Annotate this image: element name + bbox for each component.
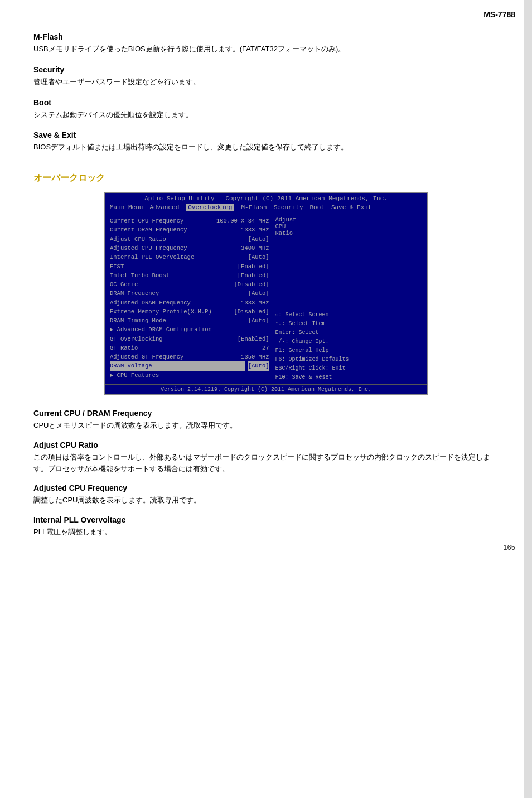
bios-row-7: OC Genie[Disabled]	[110, 280, 269, 289]
bios-help-line-1: ↑↓: Select Item	[275, 320, 360, 328]
bios-row-9: Adjusted DRAM Frequency1333 MHz	[110, 298, 269, 307]
page-number: 165	[503, 543, 515, 552]
bios-help-line-7: F10: Save & Reset	[275, 373, 360, 382]
mflash-title: M-Flash	[33, 32, 499, 41]
bios-row-0: Current CPU Frequency100.00 X 34 MHz	[110, 216, 269, 225]
bios-row-11: DRAM Timing Mode[Auto]	[110, 316, 269, 325]
section-security: Security 管理者やユーザーパスワード設定などを行います。	[33, 65, 499, 88]
bios-row-5: EIST[Enabled]	[110, 262, 269, 271]
oc-heading: オーバークロック	[33, 172, 105, 186]
bios-menu-boot: Boot	[309, 204, 324, 211]
boot-body: システム起動デバイスの優先順位を設定します。	[33, 109, 499, 121]
section-boot: Boot システム起動デバイスの優先順位を設定します。	[33, 98, 499, 121]
bios-row-14: Adjusted GT Frequency1350 MHz	[110, 352, 269, 361]
internal-pll-title: Internal PLL Overvoltage	[33, 515, 499, 524]
bios-row-15: DRAM Voltage[Auto]	[110, 361, 269, 370]
section-internal-pll: Internal PLL Overvoltage PLL電圧を調整します。	[33, 515, 499, 538]
bios-help-panel: ↔: Select Screen ↑↓: Select Item Enter: …	[273, 308, 362, 384]
bios-help-line-2: Enter: Select	[275, 328, 360, 337]
section-save-exit: Save & Exit BIOSデフォルト値または工場出荷時の設定をロードし、変…	[33, 130, 499, 153]
save-exit-title: Save & Exit	[33, 130, 499, 139]
mflash-body: USBメモリドライブを使ったBIOS更新を行う際に使用します。(FAT/FAT3…	[33, 43, 499, 55]
bios-right-col: Adjust CPU Ratio ↔: Select Screen ↑↓: Se…	[273, 212, 362, 384]
bios-row-submenu2: ▶ CPU Features	[110, 371, 269, 380]
bios-help-line-3: +/-: Change Opt.	[275, 337, 360, 346]
bios-screen: Aptio Setup Utility - Copyright (C) 2011…	[104, 192, 428, 395]
bios-row-8: DRAM Frequency[Auto]	[110, 289, 269, 298]
bios-footer: Version 2.14.1219. Copyright (C) 2011 Am…	[105, 384, 427, 394]
bios-left-panel: Current CPU Frequency100.00 X 34 MHz Cur…	[105, 212, 273, 384]
bios-row-submenu1: ▶ Advanced DRAM Configuration	[110, 325, 269, 334]
bios-help-line-6: ESC/Right Click: Exit	[275, 364, 360, 373]
security-body: 管理者やユーザーパスワード設定などを行います。	[33, 76, 499, 88]
section-adjusted-cpu-freq: Adjusted CPU Frequency 調整したCPU周波数を表示します。…	[33, 483, 499, 506]
model-label: MS-7788	[483, 10, 515, 19]
save-exit-body: BIOSデフォルト値または工場出荷時の設定をロードし、変更した設定値を保存して終…	[33, 142, 499, 153]
bios-menu-mflash: M-Flash	[241, 204, 267, 211]
bios-row-4: Internal PLL Overvoltage[Auto]	[110, 253, 269, 262]
bios-help-line-0: ↔: Select Screen	[275, 311, 360, 320]
bios-title-bar: Aptio Setup Utility - Copyright (C) 2011…	[105, 193, 427, 203]
bios-row-10: Extreme Memory Profile(X.M.P)[Disabled]	[110, 307, 269, 316]
cpu-dram-freq-title: Current CPU / DRAM Frequency	[33, 409, 499, 418]
bios-row-13: GT Ratio27	[110, 344, 269, 352]
bios-help-line-5: F6: Optimized Defaults	[275, 355, 360, 364]
cpu-dram-freq-body: CPUとメモリスピードの周波数を表示します。読取専用です。	[33, 420, 499, 432]
bios-body: Current CPU Frequency100.00 X 34 MHz Cur…	[105, 212, 427, 384]
internal-pll-body: PLL電圧を調整します。	[33, 526, 499, 538]
adjust-cpu-ratio-title: Adjust CPU Ratio	[33, 441, 499, 449]
bios-menu-bar: Main Menu Advanced Overclocking M-Flash …	[105, 203, 427, 212]
bios-row-12: GT OverClocking[Enabled]	[110, 335, 269, 344]
bios-row-3: Adjusted CPU Frequency3400 MHz	[110, 244, 269, 253]
adjusted-cpu-freq-title: Adjusted CPU Frequency	[33, 483, 499, 492]
adjusted-cpu-freq-body: 調整したCPU周波数を表示します。読取専用です。	[33, 495, 499, 506]
bios-help-line-4: F1: General Help	[275, 346, 360, 355]
bios-menu-main: Main Menu	[110, 204, 143, 211]
adjust-cpu-ratio-body: この項目は倍率をコントロールし、外部あるいはマザーボードのクロックスピードに関す…	[33, 452, 499, 475]
bios-row-1: Current DRAM Frequency1333 MHz	[110, 225, 269, 234]
bios-menu-overclocking: Overclocking	[186, 204, 234, 211]
bios-menu-security: Security	[274, 204, 303, 211]
bios-row-2: Adjust CPU Ratio[Auto]	[110, 235, 269, 244]
section-cpu-dram-freq: Current CPU / DRAM Frequency CPUとメモリスピード…	[33, 409, 499, 432]
bios-row-6: Intel Turbo Boost[Enabled]	[110, 271, 269, 280]
security-title: Security	[33, 65, 499, 74]
bios-menu-advanced: Advanced	[149, 204, 179, 211]
bios-right-description: Adjust CPU Ratio	[273, 212, 298, 308]
section-mflash: M-Flash USBメモリドライブを使ったBIOS更新を行う際に使用します。(…	[33, 32, 499, 55]
boot-title: Boot	[33, 98, 499, 107]
bios-menu-save: Save & Exit	[331, 204, 372, 211]
section-adjust-cpu-ratio: Adjust CPU Ratio この項目は倍率をコントロールし、外部あるいはマ…	[33, 441, 499, 475]
